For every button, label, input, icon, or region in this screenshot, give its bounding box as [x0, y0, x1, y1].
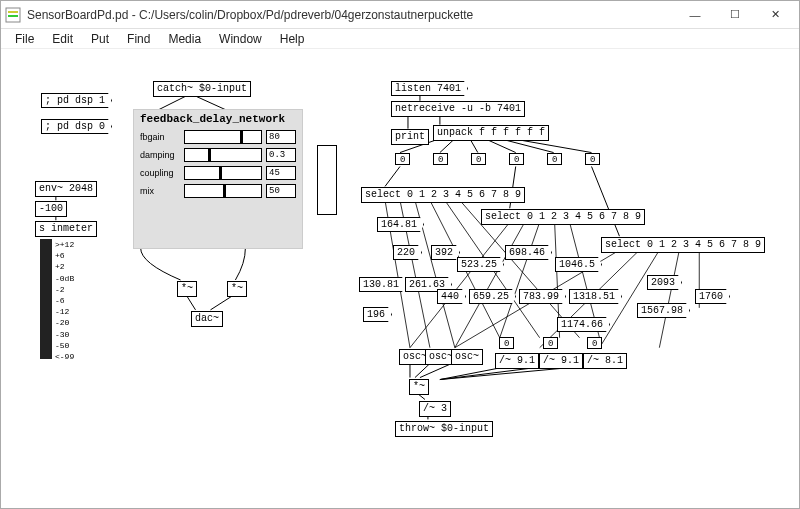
msg-1318[interactable]: 1318.51 — [569, 289, 622, 304]
obj-netreceive[interactable]: netreceive -u -b 7401 — [391, 101, 525, 117]
menu-window[interactable]: Window — [211, 30, 270, 48]
vu-label: -0dB — [55, 273, 74, 284]
num-zero-c[interactable]: 0 — [587, 337, 602, 349]
vu-label: -30 — [55, 329, 74, 340]
obj-osc3[interactable]: osc~ — [451, 349, 483, 365]
vu-label: -20 — [55, 317, 74, 328]
num-unpack-3[interactable]: 0 — [509, 153, 524, 165]
msg-1567[interactable]: 1567.98 — [637, 303, 690, 318]
vu-label: -12 — [55, 306, 74, 317]
vu-label: <-99 — [55, 351, 74, 362]
msg-dsp1[interactable]: ; pd dsp 1 — [41, 93, 112, 108]
svg-line-26 — [455, 222, 525, 347]
num-zero-b[interactable]: 0 — [543, 337, 558, 349]
msg-2093[interactable]: 2093 — [647, 275, 682, 290]
titlebar: SensorBoardPd.pd - C:/Users/colin/Dropbo… — [1, 1, 799, 29]
menu-media[interactable]: Media — [160, 30, 209, 48]
num-unpack-4[interactable]: 0 — [547, 153, 562, 165]
num-unpack-0[interactable]: 0 — [395, 153, 410, 165]
msg-1046[interactable]: 1046.5 — [555, 257, 602, 272]
vu-meter: >+12+6+2-0dB-2-6-12-20-30-50<-99 — [39, 239, 75, 359]
maximize-button[interactable]: ☐ — [715, 1, 755, 29]
menu-edit[interactable]: Edit — [44, 30, 81, 48]
fdn-label: fbgain — [140, 132, 180, 142]
vu-label: +2 — [55, 261, 74, 272]
fdn-label: damping — [140, 150, 180, 160]
fdn-slider-fbgain[interactable] — [184, 130, 262, 144]
obj-select2[interactable]: select 0 1 2 3 4 5 6 7 8 9 — [481, 209, 645, 225]
vu-label: >+12 — [55, 239, 74, 250]
fdn-subpatch[interactable]: feedback_delay_network fbgain80damping0.… — [133, 109, 303, 249]
num-unpack-5[interactable]: 0 — [585, 153, 600, 165]
svg-rect-1 — [8, 11, 18, 13]
obj-select1[interactable]: select 0 1 2 3 4 5 6 7 8 9 — [361, 187, 525, 203]
vu-label: -2 — [55, 284, 74, 295]
close-button[interactable]: ✕ — [755, 1, 795, 29]
obj-dac[interactable]: dac~ — [191, 311, 223, 327]
obj-env[interactable]: env~ 2048 — [35, 181, 97, 197]
obj-catch[interactable]: catch~ $0-input — [153, 81, 251, 97]
msg-440[interactable]: 440 — [437, 289, 466, 304]
msg-783[interactable]: 783.99 — [519, 289, 566, 304]
svg-rect-2 — [8, 15, 18, 17]
fdn-label: coupling — [140, 168, 180, 178]
iemgui-vslider[interactable] — [317, 145, 337, 215]
obj-mul1[interactable]: *~ — [177, 281, 197, 297]
obj-div81[interactable]: /~ 8.1 — [583, 353, 627, 369]
num-unpack-2[interactable]: 0 — [471, 153, 486, 165]
msg-196[interactable]: 196 — [363, 307, 392, 322]
menu-help[interactable]: Help — [272, 30, 313, 48]
obj-mul-sig[interactable]: *~ — [409, 379, 429, 395]
msg-523[interactable]: 523.25 — [457, 257, 504, 272]
obj-unpack[interactable]: unpack f f f f f f — [433, 125, 549, 141]
vu-label: -50 — [55, 340, 74, 351]
msg-659[interactable]: 659.25 — [469, 289, 516, 304]
fdn-value-coupling[interactable]: 45 — [266, 166, 296, 180]
fdn-value-fbgain[interactable]: 80 — [266, 130, 296, 144]
vu-label: -6 — [55, 295, 74, 306]
fdn-title: feedback_delay_network — [134, 110, 302, 128]
fdn-slider-damping[interactable] — [184, 148, 262, 162]
msg-164[interactable]: 164.81 — [377, 217, 424, 232]
vu-label: +6 — [55, 250, 74, 261]
svg-line-27 — [500, 222, 540, 337]
svg-line-33 — [659, 250, 679, 348]
menu-find[interactable]: Find — [119, 30, 158, 48]
obj-minus100[interactable]: -100 — [35, 201, 67, 217]
obj-throw[interactable]: throw~ $0-input — [395, 421, 493, 437]
msg-392[interactable]: 392 — [431, 245, 460, 260]
svg-line-18 — [592, 166, 620, 236]
patch-canvas[interactable]: ; pd dsp 1 ; pd dsp 0 env~ 2048 -100 s i… — [1, 49, 799, 508]
svg-line-16 — [385, 166, 400, 186]
menu-file[interactable]: File — [7, 30, 42, 48]
obj-div91b[interactable]: /~ 9.1 — [539, 353, 583, 369]
minimize-button[interactable]: — — [675, 1, 715, 29]
msg-220[interactable]: 220 — [393, 245, 422, 260]
fdn-row-mix: mix50 — [134, 182, 302, 200]
window-title: SensorBoardPd.pd - C:/Users/colin/Dropbo… — [27, 8, 675, 22]
obj-select3[interactable]: select 0 1 2 3 4 5 6 7 8 9 — [601, 237, 765, 253]
obj-print[interactable]: print — [391, 129, 429, 145]
obj-s-inmeter[interactable]: s inmeter — [35, 221, 97, 237]
app-icon — [5, 7, 21, 23]
fdn-row-fbgain: fbgain80 — [134, 128, 302, 146]
msg-698[interactable]: 698.46 — [505, 245, 552, 260]
num-unpack-1[interactable]: 0 — [433, 153, 448, 165]
fdn-slider-mix[interactable] — [184, 184, 262, 198]
fdn-slider-coupling[interactable] — [184, 166, 262, 180]
msg-dsp0[interactable]: ; pd dsp 0 — [41, 119, 112, 134]
fdn-value-damping[interactable]: 0.3 — [266, 148, 296, 162]
menubar: File Edit Put Find Media Window Help — [1, 29, 799, 49]
fdn-label: mix — [140, 186, 180, 196]
num-zero-a[interactable]: 0 — [499, 337, 514, 349]
msg-1174[interactable]: 1174.66 — [557, 317, 610, 332]
obj-mul2[interactable]: *~ — [227, 281, 247, 297]
msg-listen[interactable]: listen 7401 — [391, 81, 468, 96]
fdn-value-mix[interactable]: 50 — [266, 184, 296, 198]
msg-1760[interactable]: 1760 — [695, 289, 730, 304]
msg-130[interactable]: 130.81 — [359, 277, 406, 292]
obj-div91a[interactable]: /~ 9.1 — [495, 353, 539, 369]
obj-div3[interactable]: /~ 3 — [419, 401, 451, 417]
menu-put[interactable]: Put — [83, 30, 117, 48]
app-window: SensorBoardPd.pd - C:/Users/colin/Dropbo… — [0, 0, 800, 509]
